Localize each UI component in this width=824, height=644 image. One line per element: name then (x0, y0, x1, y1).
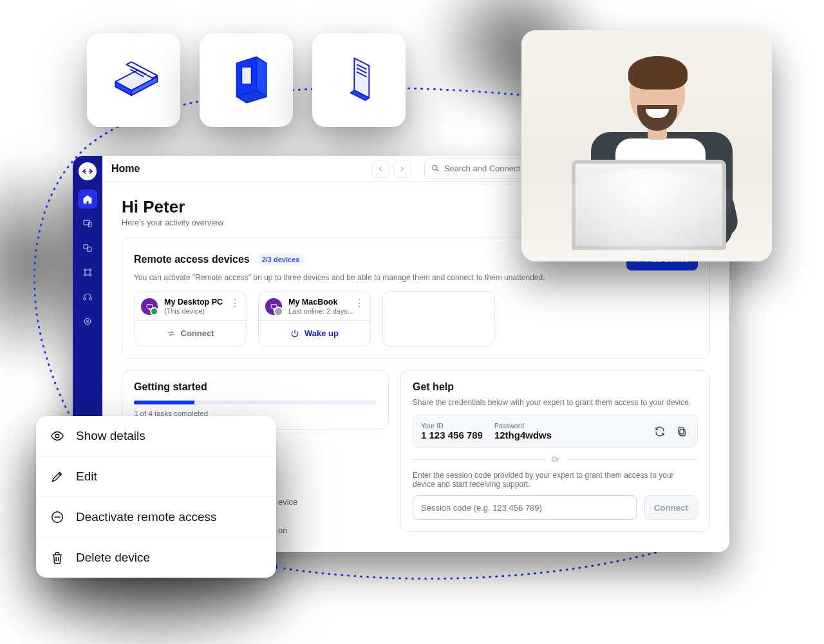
nav-more[interactable] (78, 312, 97, 331)
menu-delete-device[interactable]: Delete device (36, 537, 276, 578)
help-hint: Share the credentials below with your ex… (413, 398, 698, 407)
nav-home[interactable] (78, 189, 97, 209)
trash-icon (49, 549, 66, 566)
background-text-fragment: evice (278, 497, 297, 507)
svg-rect-29 (271, 304, 277, 308)
swap-icon (167, 329, 176, 338)
monitor-icon (270, 303, 278, 311)
svg-point-19 (84, 269, 86, 271)
svg-point-32 (55, 434, 59, 438)
device-status-icon (141, 298, 158, 315)
device-name: My MacBook (288, 298, 355, 307)
svg-point-25 (84, 318, 90, 324)
nav-back-button[interactable] (371, 160, 389, 178)
credentials-box: Your ID 1 123 456 789 Password 12thg4wdw… (413, 415, 698, 448)
copy-icon (676, 426, 688, 437)
device-name: My Desktop PC (164, 298, 223, 307)
svg-rect-30 (680, 430, 685, 436)
phone-icon (328, 50, 390, 111)
session-code-input[interactable] (413, 495, 637, 520)
pencil-icon (49, 468, 66, 485)
svg-point-22 (89, 274, 91, 276)
menu-item-label: Delete device (76, 551, 150, 565)
device-connect-button[interactable]: Connect (135, 320, 246, 346)
get-help-card: Get help Share the credentials below wit… (400, 370, 710, 532)
password-value: 12thg4wdws (494, 430, 552, 440)
copy-credentials-button[interactable] (674, 424, 689, 439)
device-menu-button[interactable]: ⋮ (352, 296, 366, 310)
tile-laptop (87, 33, 180, 127)
section-title: Getting started (134, 381, 207, 393)
background-text-fragment: on (278, 526, 287, 535)
or-text: Or (551, 455, 559, 463)
device-action-label: Wake up (304, 328, 339, 338)
chevron-left-icon (377, 165, 384, 173)
menu-item-label: Edit (76, 469, 97, 484)
device-wake-button[interactable]: Wake up (259, 320, 370, 346)
your-id-label: Your ID (421, 422, 483, 430)
svg-rect-24 (89, 298, 91, 300)
nav-sessions[interactable] (78, 238, 97, 258)
nav-support[interactable] (78, 287, 97, 307)
server-icon (216, 50, 277, 111)
device-meta: (This device) (164, 307, 223, 315)
svg-rect-9 (241, 66, 251, 84)
or-separator: Or (413, 455, 698, 463)
app-logo (79, 162, 97, 180)
monitor-icon (145, 303, 154, 311)
device-count-badge: 2/3 devices (256, 254, 306, 265)
eye-icon (49, 428, 66, 444)
device-context-menu: Show details Edit Deactivate remote acce… (36, 416, 276, 578)
minus-circle-icon (49, 509, 66, 526)
chevron-right-icon (398, 165, 406, 173)
section-description: You can activate "Remote access" on up t… (134, 273, 698, 282)
section-title: Remote access devices (134, 254, 250, 265)
menu-edit[interactable]: Edit (36, 456, 276, 497)
laptop-icon (103, 50, 165, 111)
device-card: My MacBook Last online: 2 days… ⋮ Wake u… (258, 291, 371, 346)
tasks-progress (134, 401, 377, 404)
breadcrumb: Home (111, 163, 140, 175)
hero-photo (521, 30, 772, 261)
power-icon (290, 329, 299, 338)
connect-label: Connect (654, 503, 688, 513)
help-hint-2: Enter the session code provided by your … (413, 471, 698, 489)
svg-point-27 (433, 165, 437, 169)
section-title: Get help (413, 381, 454, 393)
device-meta: Last online: 2 days… (288, 307, 355, 315)
refresh-password-button[interactable] (652, 424, 668, 439)
device-placeholder-slot[interactable] (382, 291, 495, 346)
svg-point-20 (89, 269, 91, 271)
nav-forward-button[interactable] (393, 160, 411, 178)
nav-devices[interactable] (78, 214, 97, 233)
device-menu-button[interactable]: ⋮ (228, 296, 242, 310)
device-type-tiles (87, 33, 406, 127)
menu-deactivate-remote-access[interactable]: Deactivate remote access (36, 497, 276, 537)
menu-item-label: Deactivate remote access (76, 510, 217, 524)
refresh-icon (654, 426, 666, 437)
svg-rect-31 (679, 428, 684, 434)
nav-workflows[interactable] (78, 263, 97, 282)
device-action-label: Connect (181, 328, 214, 338)
your-id-value: 1 123 456 789 (421, 430, 483, 440)
svg-point-21 (84, 274, 86, 276)
password-label: Password (494, 422, 552, 430)
tile-phone (312, 33, 406, 127)
svg-point-26 (87, 321, 89, 323)
menu-show-details[interactable]: Show details (36, 416, 276, 456)
session-connect-button[interactable]: Connect (644, 495, 698, 520)
svg-rect-23 (84, 298, 86, 300)
menu-item-label: Show details (76, 429, 145, 443)
device-card: My Desktop PC (This device) ⋮ Connect (134, 291, 247, 346)
svg-rect-28 (147, 304, 153, 308)
search-icon (431, 164, 440, 175)
device-status-icon (265, 298, 282, 315)
tile-server (200, 33, 293, 127)
